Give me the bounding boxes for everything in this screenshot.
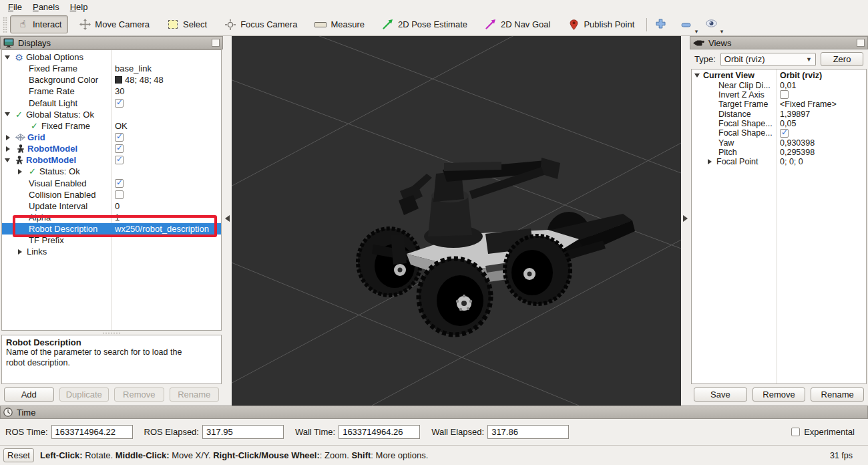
tree-row[interactable]: ✓Status: Ok — [2, 166, 221, 177]
expander-open-icon[interactable] — [5, 158, 10, 162]
tree-row[interactable]: Target Frame<Fixed Frame> — [692, 100, 866, 109]
splitter-handle[interactable] — [0, 331, 223, 335]
tree-row[interactable]: Focal Shape...0,05 — [692, 119, 866, 128]
tree-row[interactable]: TF Prefix — [2, 235, 221, 246]
tool-interact[interactable]: ☝Interact — [10, 15, 68, 33]
tree-row[interactable]: Update Interval0 — [2, 200, 221, 212]
tool-select[interactable]: Select — [160, 15, 214, 33]
robot-icon — [15, 144, 26, 153]
row-checkbox[interactable] — [780, 129, 789, 138]
remove-button: Remove — [114, 388, 164, 402]
tree-row[interactable]: Fixed Framebase_link — [2, 63, 221, 74]
tree-row[interactable]: Pitch0,295398 — [692, 148, 866, 157]
view-type-select[interactable]: Orbit (rviz) ▼ — [720, 53, 816, 66]
time-panel-header[interactable]: Time — [0, 406, 868, 419]
panel-float-button[interactable] — [212, 39, 220, 47]
row-value: 0,295398 — [780, 148, 815, 157]
row-checkbox[interactable] — [115, 144, 124, 153]
toolbar-drag-handle[interactable] — [3, 17, 7, 33]
right-panel-collapse-handle[interactable] — [681, 36, 690, 406]
menu-help[interactable]: Help — [65, 2, 93, 12]
expander-open-icon[interactable] — [694, 73, 700, 78]
tree-row[interactable]: Alpha1 — [2, 212, 221, 223]
row-label: Grid — [27, 132, 45, 142]
tree-row[interactable]: Current ViewOrbit (rviz) — [692, 71, 866, 80]
row-checkbox[interactable] — [115, 156, 124, 164]
tree-row[interactable]: Robot Descriptionwx250/robot_description — [2, 223, 221, 235]
menu-file[interactable]: File — [3, 2, 27, 12]
row-label: Default Light — [29, 98, 77, 108]
menu-panels[interactable]: Panels — [27, 2, 65, 12]
zoom-out-minus-button[interactable]: ▾ — [678, 17, 694, 32]
tree-row[interactable]: Focal Point0; 0; 0 — [692, 157, 866, 166]
zoom-in-plus-icon — [656, 19, 666, 31]
tool-publish-point[interactable]: Publish Point — [561, 15, 641, 33]
tool-label: 2D Pose Estimate — [398, 19, 467, 29]
ros-time-input[interactable] — [51, 425, 133, 439]
tree-row[interactable]: Near Clip Di...0,01 — [692, 80, 866, 90]
row-checkbox[interactable] — [780, 90, 789, 99]
expander-closed-icon[interactable] — [18, 249, 22, 255]
tool-move-camera[interactable]: Move Camera — [72, 15, 156, 33]
tree-row[interactable]: Frame Rate30 — [2, 86, 221, 97]
tool-label: Publish Point — [584, 19, 634, 29]
fps-counter: 31 fps — [830, 451, 865, 460]
row-checkbox[interactable] — [115, 179, 124, 188]
remove-button[interactable]: Remove — [752, 388, 806, 402]
type-label: Type: — [694, 54, 716, 64]
tool-label: Measure — [331, 19, 365, 29]
add-button[interactable]: Add — [4, 388, 54, 402]
grid-icon — [15, 134, 26, 141]
tool-measure[interactable]: Measure — [308, 15, 371, 33]
displays-panel-header[interactable]: Displays — [0, 36, 223, 49]
tree-row[interactable]: Invert Z Axis — [692, 90, 866, 100]
ros-elapsed-input[interactable] — [202, 425, 284, 439]
tree-row[interactable]: Focal Shape... — [692, 128, 866, 138]
3d-viewport[interactable] — [232, 36, 681, 406]
tool-2d-nav-goal[interactable]: 2D Nav Goal — [478, 15, 557, 33]
tree-row[interactable]: ✓Global Status: Ok — [2, 109, 221, 120]
tree-row[interactable]: Visual Enabled — [2, 178, 221, 189]
eye-button[interactable]: ▾ — [703, 17, 719, 32]
tree-row[interactable]: Background Color48; 48; 48 — [2, 74, 221, 86]
left-panel-collapse-handle[interactable] — [223, 36, 232, 406]
tree-row[interactable]: Grid — [2, 132, 221, 143]
status-segment: Shift — [351, 450, 371, 460]
row-checkbox[interactable] — [115, 190, 124, 199]
tree-row[interactable]: RobotModel — [2, 154, 221, 166]
tree-row[interactable]: Distance1,39897 — [692, 109, 866, 118]
tree-row[interactable]: ⚙Global Options — [2, 51, 221, 63]
row-value: 48; 48; 48 — [125, 75, 164, 85]
expander-closed-icon[interactable] — [6, 146, 10, 152]
expander-closed-icon[interactable] — [18, 169, 22, 174]
wall-time-input[interactable] — [339, 425, 420, 439]
expander-closed-icon[interactable] — [6, 135, 10, 140]
tree-row[interactable]: RobotModel — [2, 143, 221, 154]
panel-float-button[interactable] — [857, 39, 865, 47]
row-checkbox[interactable] — [115, 99, 124, 108]
row-label: Distance — [718, 110, 751, 119]
wall-elapsed-input[interactable] — [487, 425, 569, 439]
row-value: 1 — [115, 212, 120, 222]
views-panel: Views Type: Orbit (rviz) ▼ Zero Current … — [690, 36, 868, 406]
tool-focus-camera[interactable]: Focus Camera — [218, 15, 304, 33]
zoom-in-plus-button[interactable] — [652, 17, 668, 32]
experimental-checkbox[interactable] — [791, 428, 800, 436]
views-panel-header[interactable]: Views — [690, 36, 868, 49]
zero-button[interactable]: Zero — [821, 52, 863, 66]
tree-row[interactable]: ✓Fixed FrameOK — [2, 120, 221, 132]
tool-2d-pose-estimate[interactable]: 2D Pose Estimate — [375, 15, 474, 33]
tree-row[interactable]: Yaw0,930398 — [692, 138, 866, 147]
ok-check-icon: ✓ — [27, 167, 38, 176]
tree-row[interactable]: Links — [2, 246, 221, 257]
tree-row[interactable]: Collision Enabled — [2, 189, 221, 200]
reset-button[interactable]: Reset — [3, 448, 34, 462]
tool-label: Focus Camera — [240, 19, 297, 29]
tree-row[interactable]: Default Light — [2, 98, 221, 109]
expander-closed-icon[interactable] — [708, 159, 712, 164]
save-button[interactable]: Save — [694, 388, 747, 402]
expander-open-icon[interactable] — [5, 55, 10, 59]
rename-button[interactable]: Rename — [811, 388, 864, 402]
expander-open-icon[interactable] — [5, 112, 10, 116]
row-checkbox[interactable] — [115, 133, 124, 142]
